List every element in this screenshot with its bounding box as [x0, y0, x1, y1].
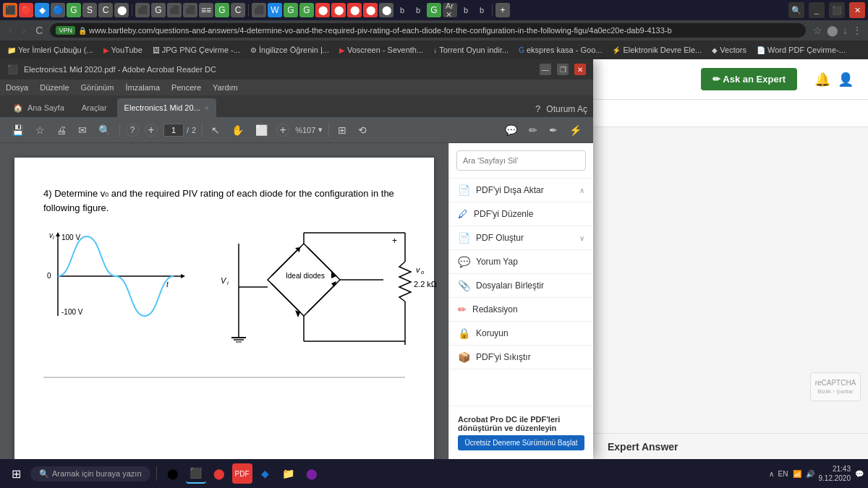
menu-duzenle[interactable]: Düzenle: [40, 83, 69, 92]
restore-all[interactable]: ⬛: [829, 2, 845, 18]
edit-tool[interactable]: ✏: [526, 123, 540, 137]
more-tool[interactable]: ⚡: [566, 123, 584, 137]
taskbar-icon-4[interactable]: 🔵: [51, 3, 65, 17]
taskbar-cortana[interactable]: ⬤: [163, 463, 183, 484]
download-icon[interactable]: ↓: [843, 25, 848, 36]
system-tray-speaker[interactable]: 🔊: [806, 470, 814, 478]
taskbar-icon-b3[interactable]: Ar ✕: [443, 3, 457, 17]
taskbar-edge[interactable]: ◆: [255, 463, 276, 484]
bookmark-ekspres[interactable]: G ekspres kasa - Goo...: [516, 44, 605, 56]
panel-search-input[interactable]: [456, 150, 586, 171]
windows-search-bar[interactable]: 🔍 Aramak için buraya yazın: [30, 466, 150, 481]
bookmark-torrent[interactable]: ↓ Torrent Oyun indir...: [430, 44, 511, 56]
ask-expert-button[interactable]: ✏ Ask an Expert: [701, 68, 797, 90]
taskbar-icon-15[interactable]: C: [231, 3, 245, 17]
rotate-tool[interactable]: ⟲: [355, 123, 370, 137]
taskbar-icon-24[interactable]: ⬤: [379, 3, 393, 17]
fit-tool[interactable]: ⊞: [335, 123, 349, 137]
taskbar-acrobat-pdf[interactable]: PDF: [232, 463, 252, 484]
taskbar-icon-plus[interactable]: +: [495, 3, 510, 17]
taskbar-icon-11[interactable]: ⬛: [167, 3, 182, 17]
taskbar-icon-5[interactable]: G: [67, 3, 81, 17]
select-tool[interactable]: ⬜: [252, 123, 271, 137]
search-btn[interactable]: 🔍: [788, 2, 804, 18]
bookmark-jpg[interactable]: 🖼 JPG PNG Çevirme -...: [150, 44, 243, 56]
back-button[interactable]: ‹: [6, 23, 15, 38]
menu-yardim[interactable]: Yardım: [213, 83, 238, 92]
bookmark-elektronik[interactable]: ⚡ Elektronik Devre Ele...: [609, 44, 705, 56]
system-tray-network[interactable]: 📶: [793, 470, 801, 478]
panel-item-comment[interactable]: 💬 Yorum Yap: [449, 250, 593, 273]
taskbar-icon-10[interactable]: G: [151, 3, 166, 17]
taskbar-icon-b2[interactable]: b: [411, 3, 425, 17]
taskbar-icon-3[interactable]: ◆: [35, 3, 49, 17]
bookmark-folder[interactable]: 📁 Yer İmleri Çubuğu (...: [4, 44, 96, 56]
menu-goruntum[interactable]: Görünüm: [81, 83, 114, 92]
page-input[interactable]: [163, 124, 184, 137]
start-button[interactable]: ⊞: [4, 462, 27, 485]
taskbar-teams[interactable]: ⬤: [302, 463, 322, 484]
user-icon[interactable]: 👤: [838, 72, 854, 87]
taskbar-acrobat-red[interactable]: ⬤: [209, 463, 229, 484]
zoomin-tool[interactable]: +: [145, 124, 158, 137]
taskbar-icon-2[interactable]: 🔴: [19, 3, 33, 17]
comment-tool[interactable]: 💬: [502, 123, 520, 137]
taskbar-icon-9[interactable]: ⬛: [135, 3, 150, 17]
panel-item-create[interactable]: 📄 PDF Oluştur ∨: [449, 226, 593, 249]
email-tool[interactable]: ✉: [75, 123, 90, 137]
menu-imzalama[interactable]: İmzalama: [125, 83, 160, 92]
bookmark-english[interactable]: ⚙ İngilizce Öğrenin |...: [247, 44, 332, 56]
menu-pencere[interactable]: Pencere: [171, 83, 201, 92]
taskbar-icon-13[interactable]: ≡≡: [199, 3, 213, 17]
taskbar-icon-18[interactable]: G: [284, 3, 298, 17]
minimize-all[interactable]: _: [809, 2, 825, 18]
oturum-ac-btn[interactable]: Oturum Aç: [546, 104, 587, 114]
promo-button[interactable]: Ücretsiz Deneme Sürümünü Başlat: [458, 435, 584, 450]
save-tool[interactable]: 💾: [9, 123, 27, 137]
bookmark-youtube[interactable]: ▶ YouTube: [101, 44, 145, 56]
search-tool[interactable]: 🔍: [95, 123, 114, 137]
extensions-icon[interactable]: ⬤: [827, 25, 838, 36]
taskbar-icon-1[interactable]: ⬛: [3, 3, 17, 17]
tab-electronics[interactable]: Electronics1 Mid 20... ×: [117, 98, 216, 117]
taskbar-folder[interactable]: 📁: [278, 463, 299, 484]
forward-button[interactable]: ›: [20, 23, 29, 38]
zoom-btn[interactable]: +: [276, 124, 289, 137]
menu-dosya[interactable]: Dosya: [6, 83, 28, 92]
taskbar-icon-17[interactable]: W: [268, 3, 282, 17]
taskbar-icon-12[interactable]: ⬛: [183, 3, 197, 17]
taskbar-icon-G[interactable]: G: [427, 3, 441, 17]
system-tray-up[interactable]: ∧: [769, 470, 774, 478]
minimize-button[interactable]: —: [540, 64, 551, 75]
tab-close-icon[interactable]: ×: [205, 104, 209, 112]
panel-item-compress[interactable]: 📦 PDF'yi Sıkıştır: [449, 346, 593, 369]
cursor-tool[interactable]: ↖: [208, 123, 223, 137]
restore-button[interactable]: ❐: [557, 64, 569, 75]
taskbar-icon-b5[interactable]: b: [475, 3, 489, 17]
tab-ana-sayfa[interactable]: 🏠 Ana Sayfa: [6, 98, 72, 117]
clock[interactable]: 21:43 9.12.2020: [819, 464, 851, 483]
bookmark-tool[interactable]: ☆: [33, 123, 48, 137]
bookmark-word-pdf[interactable]: 📄 Word PDF Çevirme-...: [754, 44, 848, 56]
close-button[interactable]: ✕: [574, 64, 586, 75]
address-bar[interactable]: VPN 🔒 www.bartleby.com/questions-and-ans…: [50, 23, 806, 38]
sign-tool[interactable]: ✒: [546, 123, 561, 137]
pdf-page-area[interactable]: 4) Determine v₀ and the required PIV rat…: [0, 143, 448, 459]
taskbar-icon-7[interactable]: C: [98, 3, 113, 17]
help-tool[interactable]: ?: [126, 124, 139, 137]
notification-icon[interactable]: 🔔: [814, 72, 830, 87]
taskbar-icon-16[interactable]: ⬛: [252, 3, 266, 17]
notifications-button[interactable]: 💬: [855, 470, 864, 478]
panel-item-merge[interactable]: 📎 Dosyaları Birleştir: [449, 274, 593, 297]
bookmark-voscreen[interactable]: ▶ Voscreen - Seventh...: [336, 44, 426, 56]
panel-item-edit[interactable]: 🖊 PDF'yi Düzenle: [449, 202, 593, 226]
panel-item-protect[interactable]: 🔒 Koruyun: [449, 322, 593, 345]
taskbar-icon-6[interactable]: S: [82, 3, 97, 17]
help-icon[interactable]: ?: [535, 103, 540, 114]
taskbar-icon-b4[interactable]: b: [459, 3, 473, 17]
taskbar-icon-22[interactable]: ⬤: [347, 3, 362, 17]
taskbar-icon-b1[interactable]: b: [395, 3, 409, 17]
bookmark-star[interactable]: ☆: [813, 25, 822, 36]
close-all[interactable]: ✕: [849, 2, 865, 18]
bookmark-vectors[interactable]: ◆ Vectors: [709, 44, 749, 56]
